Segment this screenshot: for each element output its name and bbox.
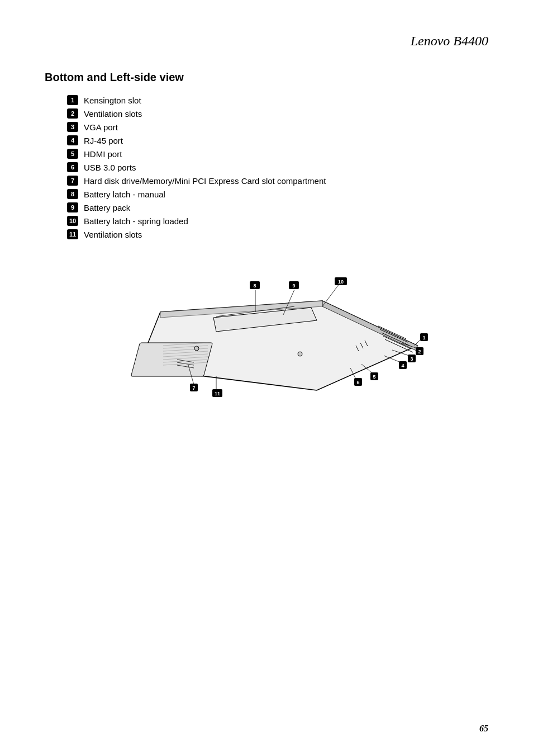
item-label: USB 3.0 ports: [84, 163, 136, 172]
item-badge: 3: [67, 122, 78, 132]
item-badge: 5: [67, 149, 78, 159]
item-badge: 2: [67, 108, 78, 119]
item-badge: 7: [67, 176, 78, 186]
item-badge: 9: [67, 202, 78, 212]
section-title: Bottom and Left-side view: [45, 71, 488, 84]
list-item: 2Ventilation slots: [67, 108, 488, 119]
item-label: Hard disk drive/Memory/Mini PCI Express …: [84, 176, 326, 186]
list-item: 10Battery latch - spring loaded: [67, 216, 488, 226]
svg-text:2: 2: [418, 349, 421, 355]
list-item: 6USB 3.0 ports: [67, 162, 488, 172]
svg-text:8: 8: [253, 283, 256, 289]
diagram-container: 8 9 10 1 2 3 4: [104, 256, 429, 401]
svg-text:5: 5: [373, 374, 375, 380]
svg-text:1: 1: [422, 335, 425, 341]
svg-text:6: 6: [356, 380, 359, 385]
item-label: HDMI port: [84, 149, 122, 159]
list-item: 11Ventilation slots: [67, 229, 488, 239]
component-list: 1Kensington slot2Ventilation slots3VGA p…: [67, 95, 488, 239]
item-label: Ventilation slots: [84, 109, 142, 119]
svg-text:3: 3: [410, 356, 413, 362]
list-item: 9Battery pack: [67, 202, 488, 212]
svg-line-30: [322, 284, 339, 306]
item-badge: 6: [67, 162, 78, 172]
item-badge: 8: [67, 189, 78, 199]
item-label: Battery latch - spring loaded: [84, 216, 188, 226]
list-item: 8Battery latch - manual: [67, 189, 488, 199]
svg-text:9: 9: [292, 283, 295, 289]
laptop-diagram: 8 9 10 1 2 3 4: [104, 256, 429, 401]
svg-point-18: [194, 346, 199, 351]
svg-point-19: [298, 352, 302, 356]
item-badge: 1: [67, 95, 78, 105]
list-item: 3VGA port: [67, 122, 488, 132]
list-item: 5HDMI port: [67, 149, 488, 159]
item-badge: 10: [67, 216, 78, 226]
item-label: VGA port: [84, 122, 118, 132]
list-item: 7Hard disk drive/Memory/Mini PCI Express…: [67, 176, 488, 186]
page-header-title: Lenovo B4400: [45, 34, 488, 49]
item-label: Battery latch - manual: [84, 190, 165, 199]
list-item: 1Kensington slot: [67, 95, 488, 105]
page: Lenovo B4400 Bottom and Left-side view 1…: [0, 0, 533, 756]
svg-text:10: 10: [338, 279, 344, 285]
svg-text:4: 4: [401, 363, 404, 368]
item-label: RJ-45 port: [84, 136, 123, 145]
item-label: Kensington slot: [84, 96, 141, 105]
list-item: 4RJ-45 port: [67, 135, 488, 145]
item-label: Battery pack: [84, 203, 130, 212]
svg-text:11: 11: [215, 391, 220, 396]
page-number: 65: [479, 724, 488, 734]
item-badge: 4: [67, 135, 78, 145]
item-label: Ventilation slots: [84, 230, 142, 239]
item-badge: 11: [67, 229, 78, 239]
svg-text:7: 7: [192, 385, 195, 391]
